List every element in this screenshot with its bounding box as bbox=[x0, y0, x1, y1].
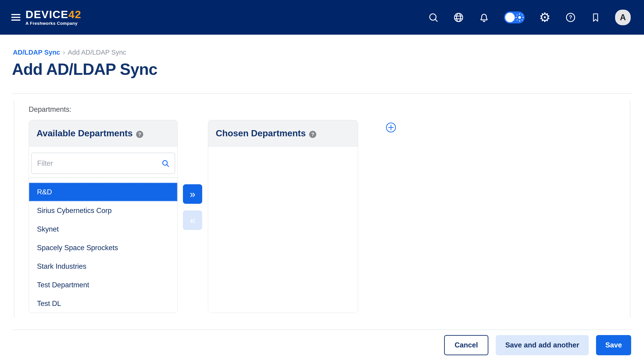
cancel-button[interactable]: Cancel bbox=[444, 335, 488, 355]
footer-divider bbox=[12, 330, 632, 330]
chosen-departments-header: Chosen Departments ? bbox=[208, 120, 358, 146]
logo-subtitle: A Freshworks Company bbox=[26, 21, 81, 26]
list-item[interactable]: Stark Industries bbox=[29, 257, 178, 276]
search-icon[interactable] bbox=[428, 12, 438, 23]
toggle-knob-icon bbox=[505, 12, 515, 22]
header-divider bbox=[12, 94, 632, 94]
breadcrumb-link-adldap-sync[interactable]: AD/LDAP Sync bbox=[13, 49, 60, 56]
save-and-add-another-button[interactable]: Save and add another bbox=[496, 335, 589, 355]
navbar-actions: ⚙ ? A bbox=[428, 10, 631, 25]
settings-icon[interactable]: ⚙ bbox=[539, 11, 550, 24]
device42-logo[interactable]: DEVICE42 A Freshworks Company bbox=[26, 9, 81, 26]
departments-form-section: Departments: Available Departments ? R&D… bbox=[14, 100, 630, 318]
page-title: Add AD/LDAP Sync bbox=[12, 60, 158, 78]
move-right-button[interactable]: » bbox=[183, 184, 202, 204]
available-departments-list[interactable]: R&D Sirius Cybernetics Corp Skynet Space… bbox=[29, 178, 178, 313]
bookmark-icon[interactable] bbox=[590, 12, 600, 22]
filter-input[interactable] bbox=[31, 152, 175, 174]
available-help-icon[interactable]: ? bbox=[136, 131, 143, 138]
filter-row bbox=[29, 146, 178, 178]
chosen-help-icon[interactable]: ? bbox=[309, 131, 316, 138]
logo-text: DEVICE42 bbox=[26, 9, 81, 20]
theme-toggle[interactable] bbox=[504, 12, 525, 24]
breadcrumb-current: Add AD/LDAP Sync bbox=[68, 49, 126, 56]
add-department-button[interactable] bbox=[386, 122, 396, 133]
sun-icon bbox=[518, 16, 521, 19]
list-item[interactable]: Spacely Space Sprockets bbox=[29, 238, 178, 257]
chosen-departments-title: Chosen Departments bbox=[216, 128, 306, 138]
help-icon[interactable]: ? bbox=[565, 12, 576, 23]
list-item[interactable]: Sirius Cybernetics Corp bbox=[29, 201, 178, 220]
svg-text:?: ? bbox=[569, 14, 572, 20]
globe-icon[interactable] bbox=[453, 12, 464, 23]
menu-icon[interactable] bbox=[11, 12, 20, 22]
top-navbar: DEVICE42 A Freshworks Company ⚙ bbox=[0, 0, 644, 35]
notifications-icon[interactable] bbox=[478, 12, 490, 23]
departments-label: Departments: bbox=[29, 105, 72, 114]
list-item[interactable]: Skynet bbox=[29, 220, 178, 238]
chosen-departments-list[interactable] bbox=[208, 146, 358, 313]
available-departments-header: Available Departments ? bbox=[29, 120, 178, 146]
list-item[interactable]: R&D bbox=[29, 183, 178, 201]
logo-accent: 42 bbox=[68, 8, 81, 20]
list-item[interactable]: Test DL bbox=[29, 294, 178, 313]
available-departments-panel: Available Departments ? R&D Sirius Cyber… bbox=[29, 120, 178, 313]
available-departments-title: Available Departments bbox=[36, 128, 133, 138]
breadcrumb-separator: › bbox=[63, 49, 65, 56]
chosen-departments-panel: Chosen Departments ? bbox=[208, 120, 358, 313]
breadcrumb: AD/LDAP Sync › Add AD/LDAP Sync bbox=[13, 49, 126, 56]
move-left-button[interactable]: « bbox=[183, 210, 202, 230]
avatar-initial: A bbox=[620, 12, 626, 22]
list-item[interactable]: Test Department bbox=[29, 276, 178, 294]
save-button[interactable]: Save bbox=[596, 335, 631, 355]
avatar[interactable]: A bbox=[615, 10, 631, 25]
